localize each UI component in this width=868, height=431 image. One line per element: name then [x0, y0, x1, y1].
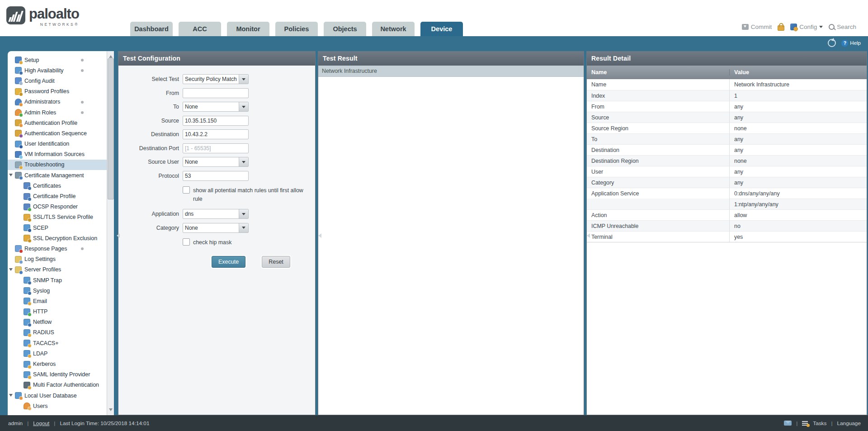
tasks-icon[interactable]: [802, 421, 808, 426]
sidebar-item-troubleshooting[interactable]: Troubleshooting: [8, 160, 107, 170]
sidebar-item-email[interactable]: Email: [8, 296, 107, 306]
sidebar-item-ssl-tls-service-profile[interactable]: SSL/TLS Service Profile: [8, 212, 107, 223]
checkbox-show-all-potential-match-rules[interactable]: [183, 186, 190, 194]
search-button[interactable]: Search: [829, 24, 856, 30]
result-detail-header-row: Name Value: [587, 66, 867, 79]
result-detail-row: 1:ntp/any/any/any: [587, 199, 867, 209]
lock-icon[interactable]: [778, 25, 784, 31]
sidebar-item-local-user-database[interactable]: Local User Database: [8, 390, 107, 401]
sidebar-item-syslog[interactable]: Syslog: [8, 285, 107, 296]
sidebar-item-kerberos[interactable]: Kerberos: [8, 359, 107, 369]
tab-objects[interactable]: Objects: [324, 22, 366, 36]
tab-network[interactable]: Network: [372, 22, 415, 36]
sidebar-item-http[interactable]: HTTP: [8, 307, 107, 317]
sidebar-item-certificates[interactable]: Certificates: [8, 180, 107, 191]
messages-envelope-icon[interactable]: [784, 421, 792, 426]
tab-acc[interactable]: ACC: [179, 22, 221, 36]
main-tab-bar: DashboardACCMonitorPoliciesObjectsNetwor…: [130, 22, 463, 36]
language-link[interactable]: Language: [837, 420, 861, 426]
sidebar-item-snmp-trap[interactable]: SNMP Trap: [8, 275, 107, 285]
execute-button[interactable]: Execute: [212, 256, 245, 268]
config-menu-button[interactable]: Config: [790, 24, 823, 30]
sidebar-item-server-profiles[interactable]: Server Profiles: [8, 265, 107, 275]
dropdown-select-test[interactable]: Security Policy Match: [183, 74, 249, 84]
detail-name-cell: Terminal: [587, 231, 730, 242]
sidebar-item-multi-factor-authentication[interactable]: Multi Factor Authentication: [8, 380, 107, 390]
input-protocol[interactable]: 53: [183, 171, 249, 181]
dropdown-trigger-icon[interactable]: [239, 223, 248, 232]
scrollbar-thumb[interactable]: [108, 58, 114, 199]
sidebar-item-high-availability[interactable]: High Availability: [8, 65, 107, 76]
refresh-icon[interactable]: [828, 39, 836, 47]
sidebar-item-label: SCEP: [33, 225, 48, 231]
dropdown-trigger-icon[interactable]: [239, 75, 248, 84]
expand-arrow-icon[interactable]: [9, 268, 13, 273]
reset-button[interactable]: Reset: [262, 256, 290, 268]
tab-policies[interactable]: Policies: [275, 22, 318, 36]
sidebar-item-certificate-management[interactable]: Certificate Management: [8, 170, 107, 180]
input-from[interactable]: [183, 88, 249, 98]
header-actions: Commit Config Search: [742, 23, 856, 31]
separator: |: [796, 420, 797, 426]
sidebar-item-label: TACACS+: [33, 340, 59, 346]
dropdown-trigger-icon[interactable]: [239, 102, 248, 111]
sidebar-item-log-settings[interactable]: Log Settings: [8, 254, 107, 265]
sidebar-item-response-pages[interactable]: Response Pages: [8, 243, 107, 254]
sidebar-item-users[interactable]: Users: [8, 401, 107, 411]
input-source[interactable]: 10.35.15.150: [183, 116, 249, 126]
sidebar-item-saml-identity-provider[interactable]: SAML Identity Provider: [8, 369, 107, 380]
tasks-link[interactable]: Tasks: [813, 420, 826, 426]
sidebar-item-certificate-profile[interactable]: Certificate Profile: [8, 191, 107, 201]
sidebar-item-admin-roles[interactable]: Admin Roles: [8, 107, 107, 118]
sidebar-item-vm-information-sources[interactable]: VM Information Sources: [8, 149, 107, 160]
dropdown-source-user[interactable]: None: [183, 157, 249, 167]
detail-name-cell: To: [587, 133, 730, 144]
brand-word: paloalto: [29, 6, 79, 22]
expand-arrow-icon[interactable]: [9, 394, 13, 398]
sidebar-scrollbar[interactable]: [107, 51, 114, 415]
sidebar-item-administrators[interactable]: Administrators: [8, 97, 107, 107]
commit-button[interactable]: Commit: [742, 24, 772, 30]
search-label: Search: [837, 24, 856, 30]
input-destination[interactable]: 10.43.2.2: [183, 129, 249, 139]
sidebar-item-authentication-sequence[interactable]: Authentication Sequence: [8, 128, 107, 138]
dropdown-trigger-icon[interactable]: [239, 157, 248, 166]
dropdown-application[interactable]: dns: [183, 209, 249, 219]
sidebar-item-scep[interactable]: SCEP: [8, 223, 107, 233]
input-destination-port[interactable]: [1 - 65535]: [183, 143, 249, 153]
sidebar-item-label: Kerberos: [33, 361, 56, 367]
sidebar-item-radius[interactable]: RADIUS: [8, 327, 107, 338]
sidebar-item-netflow[interactable]: Netflow: [8, 317, 107, 327]
sidebar-item-ocsp-responder[interactable]: OCSP Responder: [8, 202, 107, 212]
tab-dashboard[interactable]: Dashboard: [130, 22, 173, 36]
tab-device[interactable]: Device: [420, 22, 463, 36]
logged-in-user: admin: [8, 420, 23, 426]
dropdown-to[interactable]: None: [183, 102, 249, 112]
detail-value-cell: Network Infrastructure: [730, 79, 867, 90]
expand-arrow-icon[interactable]: [9, 174, 13, 178]
sidebar-item-user-identification[interactable]: User Identification: [8, 139, 107, 149]
collapse-test-result-handle[interactable]: [585, 233, 590, 238]
sidebar-item-label: OCSP Responder: [33, 204, 78, 210]
user-database-card-icon: [15, 392, 22, 399]
help-button[interactable]: ? Help: [841, 40, 861, 47]
detail-value-cell: no: [730, 220, 867, 231]
collapse-sidebar-handle[interactable]: [114, 233, 120, 238]
sidebar-item-label: RADIUS: [33, 329, 54, 336]
sidebar-item-tacacs-[interactable]: TACACS+: [8, 338, 107, 348]
scroll-up-icon[interactable]: [109, 53, 113, 58]
scroll-down-icon[interactable]: [109, 408, 113, 413]
logout-link[interactable]: Logout: [33, 420, 49, 426]
dropdown-trigger-icon[interactable]: [239, 209, 248, 218]
collapse-test-config-handle[interactable]: [316, 233, 321, 238]
dropdown-category[interactable]: None: [183, 223, 249, 233]
sidebar-item-password-profiles[interactable]: Password Profiles: [8, 86, 107, 97]
sidebar-item-authentication-profile[interactable]: Authentication Profile: [8, 118, 107, 128]
sidebar-item-setup[interactable]: Setup: [8, 55, 107, 65]
checkbox-check-hip-mask[interactable]: [183, 238, 190, 246]
sidebar-item-ssl-decryption-exclusion[interactable]: SSL Decryption Exclusion: [8, 233, 107, 243]
sidebar-item-config-audit[interactable]: Config Audit: [8, 76, 107, 86]
tab-monitor[interactable]: Monitor: [227, 22, 269, 36]
sidebar-item-ldap[interactable]: LDAP: [8, 348, 107, 359]
test-result-row[interactable]: Network Infrastructure: [318, 66, 584, 77]
